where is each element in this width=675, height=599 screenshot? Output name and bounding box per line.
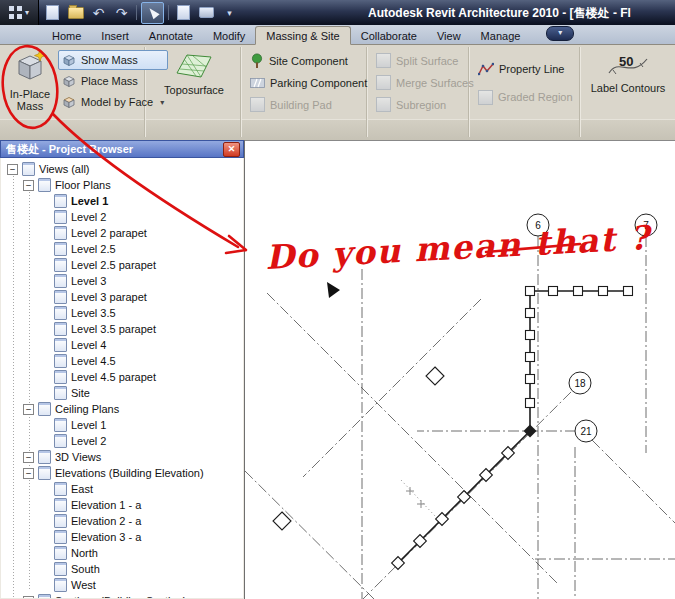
undo-button[interactable]: ↶ (88, 3, 109, 23)
site-component-button[interactable]: Site Component (246, 50, 371, 71)
tree-item-label: Level 4.5 (71, 355, 116, 367)
tab-insert[interactable]: Insert (91, 27, 139, 44)
tree-item-label: Level 1 (71, 419, 106, 431)
view-icon (54, 258, 67, 272)
toposurface-icon (175, 49, 213, 81)
tree-item[interactable]: Site (1, 385, 243, 401)
reference-ticks (401, 480, 435, 516)
view-icon (54, 498, 67, 512)
show-mass-label: Show Mass (81, 54, 138, 66)
tab-home[interactable]: Home (42, 27, 91, 44)
tree-item[interactable]: Level 3.5 (1, 305, 243, 321)
view-icon (38, 178, 51, 192)
tree-item[interactable]: −3D Views (1, 449, 243, 465)
tab-manage[interactable]: Manage (471, 27, 531, 44)
collapse-icon[interactable]: − (23, 404, 34, 415)
collapse-icon[interactable]: − (23, 468, 34, 479)
tree-item[interactable]: −Elevations (Building Elevation) (1, 465, 243, 481)
label-contours-label: Label Contours (591, 82, 666, 94)
tree-item[interactable]: −Sections (Building Section) (1, 593, 243, 598)
in-place-mass-button[interactable]: In-Place Mass (4, 49, 56, 137)
print-button[interactable] (196, 3, 217, 23)
tree-item-label: Site (71, 387, 90, 399)
building-pad-icon (250, 97, 265, 112)
collapse-icon[interactable]: − (7, 164, 18, 175)
quick-access-toolbar: ↶ ↷ ▾ (42, 2, 240, 23)
open-button[interactable] (65, 3, 86, 23)
subregion-button: Subregion (372, 94, 478, 115)
view-icon (54, 370, 67, 384)
tree-item[interactable]: Level 3 parapet (1, 289, 243, 305)
subregion-label: Subregion (396, 99, 446, 111)
qat-customize-button[interactable]: ▾ (219, 3, 240, 23)
label-contours-button[interactable]: 50 Label Contours (585, 49, 671, 119)
parking-component-button[interactable]: Parking Component (246, 72, 371, 93)
modify-tool-button[interactable] (141, 2, 164, 24)
tab-massing-site[interactable]: Massing & Site (255, 26, 350, 45)
tree-item[interactable]: Level 2.5 (1, 241, 243, 257)
toposurface-label: Toposurface (164, 84, 224, 96)
tree-item[interactable]: −Views (all) (1, 161, 243, 177)
tab-annotate[interactable]: Annotate (139, 27, 203, 44)
tree-item[interactable]: Level 4 (1, 337, 243, 353)
merge-surfaces-label: Merge Surfaces (396, 77, 474, 89)
tree-item[interactable]: Level 4.5 (1, 353, 243, 369)
tree-item[interactable]: South (1, 561, 243, 577)
tree-item[interactable]: East (1, 481, 243, 497)
tab-view[interactable]: View (427, 27, 471, 44)
toposurface-button[interactable]: Toposurface (150, 49, 238, 119)
drawing-area[interactable]: 6 7 18 21 (245, 140, 675, 599)
new-button[interactable] (42, 3, 63, 23)
view-icon (54, 418, 67, 432)
tree-item[interactable]: Level 4.5 parapet (1, 369, 243, 385)
toolbar-separator (168, 5, 169, 20)
redo-icon: ↷ (116, 6, 128, 20)
ribbon-options-button[interactable]: ▾ (546, 26, 574, 41)
tree-item-label: Level 2 (71, 211, 106, 223)
view-icon (54, 322, 67, 336)
tree-item-label: Level 2.5 (71, 243, 116, 255)
collapse-icon[interactable]: − (23, 452, 34, 463)
tab-modify[interactable]: Modify (203, 27, 255, 44)
tree-item[interactable]: West (1, 577, 243, 593)
tree-item[interactable]: Level 1 (1, 193, 243, 209)
place-mass-icon (62, 74, 76, 88)
tree-item[interactable]: Level 3 (1, 273, 243, 289)
merge-surfaces-button: Merge Surfaces (372, 72, 478, 93)
tree-item-label: Elevation 1 - a (71, 499, 141, 511)
property-stack: Property Line Graded Region (474, 58, 577, 108)
tree-item-label: Floor Plans (55, 179, 111, 191)
ribbon-tabs: HomeInsertAnnotateModifyMassing & SiteCo… (42, 24, 530, 44)
redo-button[interactable]: ↷ (111, 3, 132, 23)
tree-item[interactable]: Elevation 2 - a (1, 513, 243, 529)
tree-item[interactable]: Elevation 3 - a (1, 529, 243, 545)
tree-item[interactable]: Level 1 (1, 417, 243, 433)
tree-item[interactable]: −Floor Plans (1, 177, 243, 193)
view-icon (38, 450, 51, 464)
tab-collaborate[interactable]: Collaborate (351, 27, 427, 44)
tree-item[interactable]: North (1, 545, 243, 561)
tree-item-label: East (71, 483, 93, 495)
site-component-icon (250, 53, 264, 69)
tree-item[interactable]: Level 2 (1, 433, 243, 449)
document-button[interactable] (173, 3, 194, 23)
collapse-icon[interactable]: − (23, 596, 34, 599)
model-by-face-label: Model by Face (81, 96, 153, 108)
tree-item[interactable]: Elevation 1 - a (1, 497, 243, 513)
property-line-label: Property Line (499, 63, 564, 75)
tree-item[interactable]: Level 3.5 parapet (1, 321, 243, 337)
view-icon (54, 562, 67, 576)
property-line-button[interactable]: Property Line (474, 58, 577, 80)
application-menu-button[interactable]: ▾ (0, 0, 39, 25)
tree-item[interactable]: −Ceiling Plans (1, 401, 243, 417)
close-button[interactable]: ✕ (223, 142, 240, 157)
toolbar-separator (136, 5, 137, 20)
tree-item-label: Level 3.5 parapet (71, 323, 156, 335)
open-folder-icon (68, 7, 84, 19)
tree-item[interactable]: Level 2 (1, 209, 243, 225)
print-icon (199, 7, 214, 18)
project-browser-header[interactable]: 售楼处 - Project Browser ✕ (0, 140, 244, 158)
collapse-icon[interactable]: − (23, 180, 34, 191)
tree-item[interactable]: Level 2.5 parapet (1, 257, 243, 273)
tree-item[interactable]: Level 2 parapet (1, 225, 243, 241)
